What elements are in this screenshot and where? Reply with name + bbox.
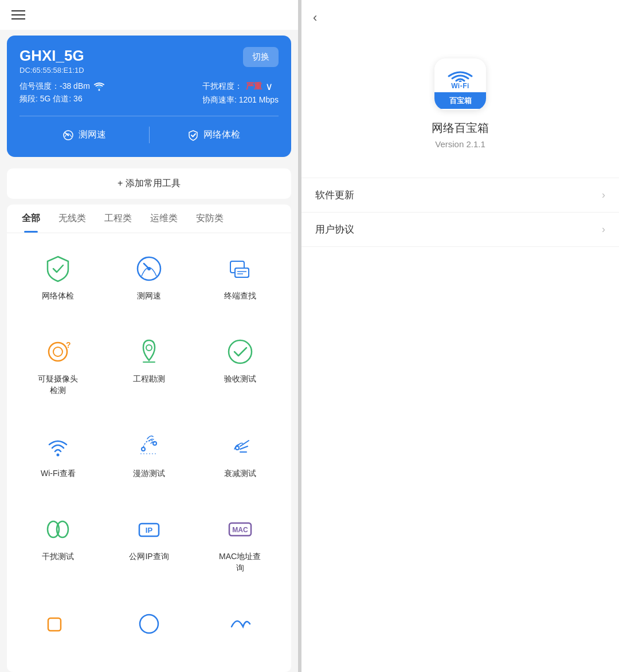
tool-ip-query[interactable]: IP 公网IP查询 (104, 500, 195, 594)
add-tools-label: + 添加常用工具 (117, 178, 181, 190)
add-tools-bar[interactable]: + 添加常用工具 (7, 168, 291, 199)
svg-point-15 (229, 340, 252, 363)
tabs-container: 全部 无线类 工程类 运维类 安防类 (7, 205, 291, 233)
tool-extra-2[interactable] (104, 594, 195, 666)
svg-point-20 (236, 446, 239, 450)
extra-icon-2 (135, 610, 163, 638)
menu-list: 软件更新 › 用户协议 › (301, 178, 619, 247)
svg-point-11 (53, 347, 62, 356)
app-version: Version 2.1.1 (435, 139, 485, 149)
wifi-name: GHXI_5G (19, 47, 84, 65)
wifi-box-text: 百宝箱 (449, 96, 472, 105)
tab-all[interactable]: 全部 (13, 205, 49, 233)
tool-speed-test[interactable]: 测网速 (104, 239, 195, 322)
tool-interference[interactable]: 干扰测试 (13, 500, 104, 594)
interference-info: 干扰程度：严重 ∨ (202, 80, 279, 93)
test-speed-button[interactable]: 测网速 (19, 124, 149, 146)
network-check-button[interactable]: 网络体检 (150, 124, 279, 146)
tab-security[interactable]: 安防类 (187, 205, 233, 233)
svg-text:?: ? (66, 340, 71, 349)
svg-text:IP: IP (146, 526, 153, 535)
svg-rect-7 (235, 268, 249, 277)
tab-engineering[interactable]: 工程类 (95, 205, 141, 233)
svg-point-2 (67, 134, 69, 136)
terminal-icon (226, 254, 254, 283)
switch-button[interactable]: 切换 (243, 47, 279, 67)
tool-network-check[interactable]: 网络体检 (13, 239, 104, 322)
wifi-scan-icon (44, 432, 72, 461)
svg-point-4 (147, 267, 151, 270)
signal-info: 信号强度：-38 dBm (19, 81, 105, 92)
software-update-label: 软件更新 (315, 188, 354, 202)
tool-mac-query-label: MAC地址查询 (219, 551, 261, 573)
tool-wifi-scan[interactable]: Wi-Fi查看 (13, 416, 104, 500)
tool-acceptance[interactable]: 验收测试 (194, 322, 285, 416)
speedometer-tool-icon (135, 254, 163, 283)
extra-icon-3 (226, 610, 254, 638)
interference-icon (44, 515, 72, 544)
right-header: ‹ (301, 0, 619, 36)
tool-survey-label: 工程勘测 (133, 374, 165, 385)
attenuation-icon (226, 432, 254, 461)
tab-ops[interactable]: 运维类 (141, 205, 187, 233)
location-pin-icon (135, 337, 163, 366)
expand-icon[interactable]: ∨ (265, 80, 273, 93)
tool-extra-1[interactable] (13, 594, 104, 666)
tool-roaming-label: 漫游测试 (133, 468, 165, 480)
right-panel: ‹ Wi-Fi 百宝箱 (301, 0, 619, 672)
tool-terminal-find[interactable]: 终端查找 (194, 239, 285, 322)
svg-rect-30 (48, 618, 61, 631)
tool-camera-detect[interactable]: ? 可疑摄像头检测 (13, 322, 104, 416)
tool-survey[interactable]: 工程勘测 (104, 322, 195, 416)
tool-speed-test-label: 测网速 (137, 290, 161, 302)
speed-info: 协商速率: 1201 Mbps (202, 95, 279, 105)
tool-interference-label: 干扰测试 (42, 551, 74, 563)
software-update-chevron: › (602, 189, 605, 201)
user-agreement-item[interactable]: 用户协议 › (301, 213, 619, 247)
extra-icon-1 (44, 610, 72, 638)
tool-acceptance-label: 验收测试 (224, 374, 256, 385)
tool-terminal-find-label: 终端查找 (224, 290, 256, 302)
tool-roaming[interactable]: 漫游测试 (104, 416, 195, 500)
interference-value: 严重 (246, 81, 262, 92)
svg-point-10 (49, 343, 67, 361)
wifi-mac: DC:65:55:58:E1:1D (19, 66, 84, 74)
svg-point-17 (142, 447, 145, 451)
camera-question-icon: ? (44, 337, 72, 366)
wifi-signal-icon (93, 82, 105, 91)
tool-ip-query-label: 公网IP查询 (129, 551, 169, 563)
menu-bar (0, 0, 298, 30)
software-update-item[interactable]: 软件更新 › (301, 178, 619, 213)
svg-point-13 (146, 345, 152, 351)
ip-box-icon: IP (135, 515, 163, 544)
tool-wifi-scan-label: Wi-Fi查看 (41, 468, 76, 480)
tool-mac-query[interactable]: MAC MAC地址查询 (194, 500, 285, 594)
tool-attenuation[interactable]: 衰减测试 (194, 416, 285, 500)
wifi-icon-logo (446, 66, 475, 82)
left-panel: GHXI_5G DC:65:55:58:E1:1D 切换 信号强度：-38 dB… (0, 0, 298, 672)
svg-point-16 (57, 454, 60, 457)
user-agreement-chevron: › (602, 223, 605, 235)
svg-line-22 (240, 446, 248, 449)
svg-point-31 (140, 615, 158, 633)
svg-text:MAC: MAC (232, 526, 248, 534)
tools-grid: 网络体检 测网速 (7, 233, 291, 672)
shield-icon (187, 129, 199, 141)
app-icon: Wi-Fi 百宝箱 (434, 58, 486, 110)
back-button[interactable]: ‹ (313, 10, 317, 25)
shield-check-icon (44, 254, 72, 283)
tool-camera-detect-label: 可疑摄像头检测 (38, 374, 78, 396)
roaming-icon (135, 432, 163, 461)
app-info-section: Wi-Fi 百宝箱 网络百宝箱 Version 2.1.1 (301, 36, 619, 178)
user-agreement-label: 用户协议 (315, 223, 354, 236)
tab-wireless[interactable]: 无线类 (49, 205, 95, 233)
wifi-card: GHXI_5G DC:65:55:58:E1:1D 切换 信号强度：-38 dB… (7, 36, 291, 157)
check-circle-icon (226, 337, 254, 366)
svg-point-0 (98, 89, 100, 91)
hamburger-menu[interactable] (11, 10, 25, 19)
tool-attenuation-label: 衰减测试 (224, 468, 256, 480)
tool-network-check-label: 网络体检 (42, 290, 74, 302)
tool-extra-3[interactable] (194, 594, 285, 666)
frequency-info: 频段: 5G 信道: 36 (19, 94, 105, 104)
mac-box-icon: MAC (226, 515, 254, 544)
